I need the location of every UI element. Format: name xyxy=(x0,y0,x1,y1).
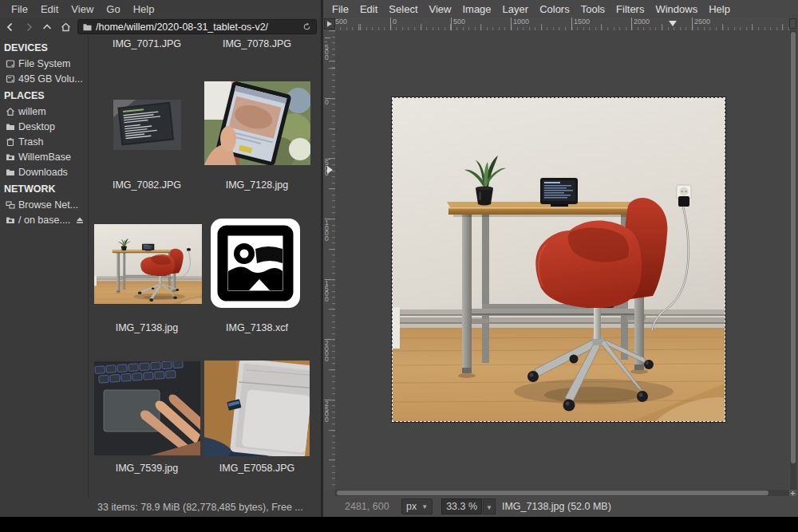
fm-menu-file[interactable]: File xyxy=(5,2,34,17)
file-grid[interactable]: IMG_7071.JPG IMG_7078.JPG xyxy=(89,36,321,499)
up-button[interactable] xyxy=(41,21,53,33)
gimp-menu-colors[interactable]: Colors xyxy=(534,2,575,17)
sidebar-item-desktop[interactable]: Desktop xyxy=(0,119,88,134)
reload-icon[interactable] xyxy=(302,22,311,31)
home-button[interactable] xyxy=(59,21,72,33)
file-label[interactable]: IMG_7071.JPG xyxy=(91,38,203,49)
fm-menu-view[interactable]: View xyxy=(65,2,100,17)
gimp-menubar: File Edit Select View Image Layer Colors… xyxy=(323,0,798,18)
home-icon xyxy=(6,107,15,116)
gimp-canvas[interactable] xyxy=(335,30,789,490)
ruler-tick-label: 1500 xyxy=(571,18,590,30)
zoom-dropdown-button[interactable]: ▼ xyxy=(483,499,496,514)
folder-remote-icon xyxy=(6,215,15,225)
ruler-tick-label: -500 xyxy=(325,37,330,60)
fm-menu-help[interactable]: Help xyxy=(127,2,161,17)
file-label[interactable]: IMG_7138.jpg xyxy=(91,322,203,333)
sidebar-section-places: PLACES xyxy=(0,86,88,104)
ruler-tick-label: -500 xyxy=(335,18,347,30)
file-label[interactable]: IMG_7082.JPG xyxy=(91,179,203,191)
folder-remote-icon xyxy=(6,152,15,162)
sidebar-item-file-system[interactable]: File System xyxy=(0,56,88,71)
image-title-status: IMG_7138.jpg (52.0 MB) xyxy=(502,501,611,512)
file-label[interactable]: IMG_7078.JPG xyxy=(201,38,313,49)
ruler-tick-label: 0 xyxy=(390,18,397,30)
cursor-position-marker-icon xyxy=(327,166,333,174)
canvas-vertical-scrollbar[interactable] xyxy=(790,30,796,490)
ruler-tick-label: 1500 xyxy=(325,279,330,301)
file-manager-menubar: File Edit View Go Help xyxy=(0,0,321,18)
gimp-menu-tools[interactable]: Tools xyxy=(575,2,610,17)
cursor-position-marker-icon xyxy=(669,21,677,26)
vertical-ruler[interactable]: -500 0 500 1000 1500 2000 2500 xyxy=(324,30,335,490)
gimp-menu-image[interactable]: Image xyxy=(456,2,496,17)
fm-menu-edit[interactable]: Edit xyxy=(34,2,65,17)
horizontal-ruler[interactable]: -500 0 500 1000 1500 2000 2500 xyxy=(335,18,789,30)
chevron-down-icon: ▼ xyxy=(486,504,492,511)
zoom-follow-window-toggle[interactable] xyxy=(789,18,796,29)
trash-icon xyxy=(6,137,15,147)
network-icon xyxy=(6,200,15,210)
back-button[interactable] xyxy=(4,21,17,33)
places-sidebar: DEVICES File System 495 GB Volu... PLACE… xyxy=(0,36,89,499)
zoom-level-input[interactable]: 33.3 % xyxy=(441,499,482,514)
file-thumbnail xcf-image-icon[interactable] xyxy=(209,217,302,309)
pointer-coordinates: 2481, 600 xyxy=(345,501,394,512)
image-IMG_7138[interactable] xyxy=(393,98,725,421)
ruler-tick-label: 2000 xyxy=(325,339,330,361)
ruler-tick-label: 1000 xyxy=(511,18,529,30)
sidebar-item-495gb-volume[interactable]: 495 GB Volu... xyxy=(0,71,88,86)
file-thumbnail[interactable] xyxy=(94,361,200,455)
ruler-tick-label: 1000 xyxy=(325,219,330,241)
file-thumbnail[interactable] xyxy=(113,100,181,150)
gimp-menu-layer[interactable]: Layer xyxy=(497,2,535,17)
file-label[interactable]: IMG_E7058.JPG xyxy=(201,463,313,474)
folder-icon xyxy=(83,23,92,31)
file-thumbnail[interactable] xyxy=(204,361,310,456)
sidebar-section-network: NETWORK xyxy=(0,179,88,197)
ruler-tick-label: 2000 xyxy=(631,18,650,30)
forward-button[interactable] xyxy=(22,21,35,33)
folder-icon xyxy=(6,167,15,177)
sidebar-section-devices: DEVICES xyxy=(0,38,88,56)
gimp-menu-file[interactable]: File xyxy=(326,2,354,17)
sidebar-item-on-base[interactable]: / on base.... xyxy=(0,212,88,227)
sidebar-item-willembase[interactable]: WillemBase xyxy=(0,149,88,164)
chevron-down-icon: ▼ xyxy=(421,503,428,510)
gimp-menu-help[interactable]: Help xyxy=(703,2,736,17)
file-manager-statusbar: 33 items: 78.9 MiB (82,778,485 bytes), F… xyxy=(0,499,321,517)
file-manager-window: File Edit View Go Help /home/willem/2020… xyxy=(0,0,321,517)
gimp-menu-select[interactable]: Select xyxy=(383,2,423,17)
sidebar-item-browse-network[interactable]: Browse Net... xyxy=(0,197,88,212)
ruler-tick-label: 0 xyxy=(325,98,330,105)
current-path: /home/willem/2020-08-31_tablet-os-v2/ xyxy=(96,22,298,33)
eject-icon[interactable] xyxy=(76,216,86,224)
file-thumbnail[interactable] xyxy=(94,224,202,304)
file-thumbnail[interactable] xyxy=(204,81,310,165)
sidebar-item-trash[interactable]: Trash xyxy=(0,134,88,149)
drive-icon xyxy=(6,59,15,69)
file-label[interactable]: IMG_7539.jpg xyxy=(91,463,203,474)
gimp-menu-edit[interactable]: Edit xyxy=(354,2,383,17)
gimp-menu-windows[interactable]: Windows xyxy=(650,2,703,17)
file-manager-toolbar: /home/willem/2020-08-31_tablet-os-v2/ xyxy=(0,18,321,36)
gimp-menu-view[interactable]: View xyxy=(424,2,457,17)
ruler-tick-label: 500 xyxy=(451,18,465,30)
ruler-tick-label: 2500 xyxy=(325,400,330,422)
ruler-corner-menu-button[interactable] xyxy=(324,18,335,30)
gimp-menu-filters[interactable]: Filters xyxy=(610,2,650,17)
folder-icon xyxy=(6,122,15,132)
canvas-horizontal-scrollbar[interactable] xyxy=(335,490,789,496)
ruler-tick-label: 2500 xyxy=(692,18,710,30)
file-label[interactable]: IMG_7128.jpg xyxy=(201,179,313,191)
file-label[interactable]: IMG_7138.xcf xyxy=(201,322,313,333)
gimp-window: File Edit Select View Image Layer Colors… xyxy=(321,0,798,517)
path-input[interactable]: /home/willem/2020-08-31_tablet-os-v2/ xyxy=(77,19,317,34)
unit-dropdown[interactable]: px ▼ xyxy=(401,499,433,514)
drive-icon xyxy=(6,74,15,84)
fm-menu-go[interactable]: Go xyxy=(100,2,126,17)
gimp-statusbar: 2481, 600 px ▼ 33.3 % ▼ IMG_7138.jpg (52… xyxy=(323,496,798,517)
sidebar-item-willem[interactable]: willem xyxy=(0,104,88,119)
canvas-navigation-button[interactable]: ✛ xyxy=(789,490,796,496)
sidebar-item-downloads[interactable]: Downloads xyxy=(0,164,88,179)
